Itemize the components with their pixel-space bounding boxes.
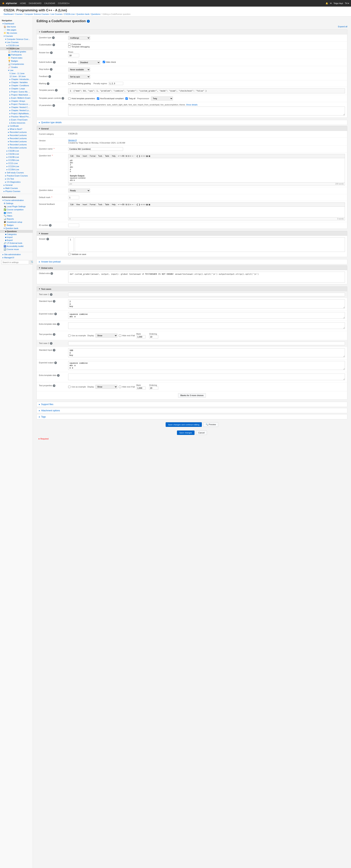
tags-header[interactable]: ▸ Tags (37, 414, 347, 419)
toolbar-view-btn[interactable]: View (75, 155, 81, 157)
question-text-editor[interactable]: pittabc3abcab Sample Output: squeeze com… (68, 158, 345, 183)
test-case-1-hide-checkbox[interactable] (119, 334, 121, 337)
nav-dashboard[interactable]: DASHBOARD (29, 2, 41, 5)
sidebar-cs23a[interactable]: ▸ CS23A-Live (0, 153, 33, 156)
twig-all-checkbox[interactable] (126, 97, 128, 100)
sidebar-project-alpha[interactable]: ▸ Project: AlphaMaria Game (0, 112, 33, 115)
hide-check-checkbox[interactable] (103, 61, 105, 63)
sidebar-cs21b[interactable]: ▸ CS21B-Live (0, 44, 33, 47)
test-case-2-input[interactable] (68, 342, 345, 345)
sidebar-exam-final[interactable]: ▸ Exam: Final Exam (0, 118, 33, 121)
gf-toolbar-edit[interactable]: Edit (69, 203, 74, 206)
sidebar-cc35a[interactable]: ▸ CC35A-Live (0, 168, 33, 171)
global-extra-section-header[interactable]: ▾ Global extra (37, 266, 347, 270)
sidebar-course-reuse[interactable]: 🔄 Course reuse (0, 248, 33, 251)
editing-title-info-icon[interactable]: i (87, 20, 90, 23)
template-params-help-icon[interactable]: ? (55, 89, 58, 92)
test-case-2-stdin-textarea[interactable]: 100 a buy (68, 348, 345, 357)
test-case-1-stdin-help-icon[interactable]: ? (53, 300, 56, 303)
test-case-2-display-select[interactable]: Show (96, 385, 117, 389)
hoist-checkbox[interactable] (68, 97, 71, 100)
test-case-2-help-icon[interactable]: ? (50, 342, 52, 345)
test-case-1-input[interactable] (68, 293, 345, 296)
sidebar-ch-arrays[interactable]: ▸ Chapter: Arrays (0, 100, 33, 103)
breadcrumb-question-bank[interactable]: Question bank (76, 13, 90, 15)
sidebar-badges[interactable]: 🏆 Badges (0, 60, 33, 63)
cancel-button[interactable]: Cancel (196, 431, 207, 435)
test-case-1-display-select[interactable]: Show (96, 334, 117, 338)
test-case-2-hide-checkbox[interactable] (119, 386, 121, 388)
sidebar-recorded-6[interactable]: ▸ Recorded Lectures (0, 146, 33, 149)
sidebar-recorded-5[interactable]: ▸ Recorded Lectures (0, 143, 33, 146)
sidebar-cc25b[interactable]: ▸ CC25B-Live (0, 159, 33, 162)
sidebar-cc21[interactable]: ▸ CC21-Live (0, 162, 33, 165)
sidebar-live[interactable]: ▾ Live (0, 69, 33, 72)
sidebar-project-pennies[interactable]: ▸ Project: Pennies in the Boxes Game (0, 103, 33, 106)
test-cases-section-header[interactable]: ▾ Test cases (37, 287, 347, 291)
sidebar-extra-resources[interactable]: ▸ Extra resources (0, 121, 33, 124)
general-section-header[interactable]: ▾ General (37, 126, 347, 131)
hide-check-label[interactable]: Hide check (103, 61, 116, 63)
sidebar-site-admin[interactable]: ▸ Site administration (0, 253, 33, 256)
test-case-1-extra-help-icon[interactable]: ? (57, 323, 60, 326)
sidebar-ch-nested-cond[interactable]: ▸ Chapter: Nested Conditions (0, 106, 33, 109)
sidebar-courses[interactable]: ▾ Courses (0, 35, 33, 38)
answer-box-preload-header[interactable]: ▸ Answer box preload (37, 259, 347, 264)
breadcrumb-live-courses[interactable]: Live Courses (50, 13, 62, 15)
template-params-code[interactable]: 1 {"mem": 64, "cpu": 1, "problem": "comb… (68, 88, 345, 93)
question-status-select[interactable]: Ready (68, 189, 90, 192)
gf-toolbar-help[interactable]: Help (111, 203, 117, 206)
test-case-2-stdin-help-icon[interactable]: ? (53, 349, 56, 351)
coderunner-section-header[interactable]: ▾ CodeRunner question type (37, 29, 347, 34)
test-case-1-stdin-textarea[interactable]: 2 a buy (68, 300, 345, 308)
test-case-2-extra-textarea[interactable] (68, 374, 345, 380)
user-name[interactable]: Tolga Hayt (334, 2, 343, 4)
breadcrumb-courses[interactable]: Courses (15, 13, 23, 15)
test-case-2-expected-help-icon[interactable]: ? (54, 362, 57, 364)
sidebar-ch-intro[interactable]: ▸ Chapter: Introduction to C++ (0, 78, 33, 81)
sidebar-unofficial-grades[interactable]: 📋 Unofficial grades (0, 50, 33, 53)
template-debug-check[interactable]: Template debugging (68, 45, 345, 48)
gf-toolbar-table[interactable]: Table (104, 203, 110, 206)
test-case-1-help-icon[interactable]: ? (50, 293, 52, 296)
toolbar-help-btn[interactable]: Help (111, 155, 117, 157)
sidebar-gradebook[interactable]: 🎓 Gradebook setup (0, 221, 33, 224)
sidebar-june-12-18[interactable]: 12 June - 18 June (0, 75, 33, 78)
breadcrumb-cs-courses[interactable]: Computer Science Courses (24, 13, 49, 15)
feedback-select[interactable]: Set by quiz (68, 75, 90, 79)
breadcrumb-cs22a[interactable]: CS22A-Live (64, 13, 75, 15)
sidebar-general[interactable]: ▸ General (0, 184, 33, 187)
answer-box-rows-input[interactable] (68, 54, 79, 57)
notification-icon[interactable]: 🔔 (325, 2, 328, 5)
answer-section-header[interactable]: ▾ Answer (37, 231, 347, 236)
sidebar-local-plugin[interactable]: 🔌 Local Plugin Settings (0, 205, 33, 208)
question-type-select[interactable]: multilangs (68, 36, 90, 40)
customise-checkbox[interactable] (68, 43, 71, 45)
test-case-2-example-check[interactable]: Use as example (68, 386, 86, 388)
sidebar-practice-mixed[interactable]: ▸ Practice: Mixed Problems (0, 115, 33, 118)
test-case-1-example-check[interactable]: Use as example (68, 334, 86, 337)
nav-calendar[interactable]: CALENDAR (44, 2, 55, 5)
sidebar-manager-ui[interactable]: ▸ ManagerUI (0, 256, 33, 259)
toolbar-tools-btn[interactable]: Tools (97, 155, 103, 157)
sidebar-cc22a[interactable]: ▸ CC22A-Live (0, 165, 33, 168)
test-case-2-extra-help-icon[interactable]: ? (57, 374, 60, 377)
blanks-button[interactable]: Blanks for 3 more choices (178, 393, 206, 398)
test-case-1-expected-help-icon[interactable]: ? (54, 313, 57, 315)
nav-home[interactable]: HOME (20, 2, 26, 5)
preprocessor-select[interactable]: Twig (151, 96, 173, 100)
breadcrumb-questions[interactable]: Questions (91, 13, 100, 15)
sidebar-questions[interactable]: ■ Questions (0, 230, 33, 233)
all-or-nothing-checkbox[interactable] (68, 82, 71, 85)
sidebar-ch-variables[interactable]: ▸ Chapter: Variables (0, 81, 33, 84)
test-case-1-example-checkbox[interactable] (68, 334, 71, 337)
sidebar-self-study[interactable]: ▸ Self-study Courses (0, 171, 33, 174)
template-param-controls-help-icon[interactable]: ? (62, 97, 64, 100)
save-button[interactable]: Save changes (177, 431, 195, 435)
sidebar-project-guess[interactable]: ▸ Project: Guess My Number Game (0, 90, 33, 93)
sidebar-accessibility[interactable]: ♿ Accessibility toolkit (0, 245, 33, 248)
sidebar-ch-nested-loops[interactable]: ▸ Chapter: Nested Loops (0, 109, 33, 112)
expand-all-link[interactable]: Expand all (338, 26, 347, 28)
customisation-help-icon[interactable]: ? (52, 43, 55, 46)
twig-all-check[interactable]: Twig all (126, 97, 136, 100)
